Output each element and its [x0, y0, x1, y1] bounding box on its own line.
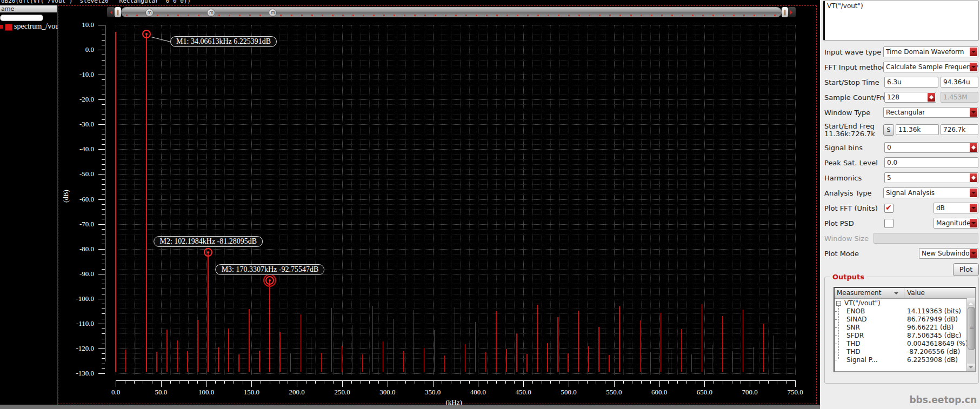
- dropdown-arrow-icon[interactable]: [970, 249, 977, 258]
- marker-callout[interactable]: M1: 34.06613kHz 6.225391dB: [170, 36, 277, 47]
- x-axis-tick: [487, 380, 488, 384]
- start-time-field[interactable]: 6.3u: [884, 77, 938, 88]
- spinner-arrows-icon[interactable]: [928, 93, 935, 102]
- y-axis-tick: [98, 199, 105, 200]
- legend-scrollbar-thumb[interactable]: [0, 15, 43, 21]
- window-size-field: [874, 233, 978, 244]
- graph-subwindow[interactable]: 10.00.0-10.0-20.0-30.0-40.0-50.0-60.0-70…: [58, 5, 817, 404]
- plot-mode-select[interactable]: New Subwindow: [919, 248, 978, 259]
- marker-callout[interactable]: M2: 102.1984kHz -81.28095dB: [154, 236, 263, 247]
- x-axis-tick: [550, 380, 551, 384]
- plot-fft-label: Plot FFT (Units): [824, 204, 878, 212]
- spinner-arrows-icon[interactable]: [970, 143, 977, 152]
- stop-time-field[interactable]: 94.364u: [941, 77, 978, 88]
- scrollbar-right-handle[interactable]: ‖: [782, 7, 788, 17]
- outputs-scrollbar[interactable]: [966, 298, 975, 371]
- grid-line-y: [116, 299, 795, 299]
- y-axis-tick: [102, 364, 105, 364]
- y-axis-tick: [102, 194, 105, 195]
- analysis-type-label: Analysis Type: [824, 189, 872, 197]
- scroll-left-icon[interactable]: [107, 7, 115, 17]
- x-axis-tick: [750, 380, 750, 387]
- grid-line-y: [116, 79, 795, 80]
- outputs-table-header[interactable]: Measurement Value: [835, 288, 975, 299]
- dropdown-arrow-icon[interactable]: [970, 48, 977, 56]
- spectrum-bar: [393, 319, 394, 372]
- spectrum-bar: [352, 325, 352, 372]
- grid-line-x: [696, 25, 696, 375]
- window-type-select[interactable]: Rectangular: [883, 107, 978, 118]
- trace-name[interactable]: spectrum_/vout: [14, 22, 61, 31]
- tree-dash: [834, 344, 837, 344]
- y-axis-tick: [102, 259, 105, 259]
- grid-line-y: [116, 99, 795, 100]
- watermark: bbs.eetop.cn: [909, 394, 977, 405]
- marker-badge-icon[interactable]: m: [145, 9, 154, 17]
- end-freq-field[interactable]: 726.7k: [941, 124, 978, 135]
- grid-line-y: [116, 60, 795, 61]
- peak-sat-level-field[interactable]: 0.0: [884, 157, 978, 168]
- plot-psd-checkbox[interactable]: [884, 219, 894, 228]
- measurement-column-header[interactable]: Measurement: [837, 288, 881, 298]
- measurement-value: 14.119363 (bits): [907, 307, 961, 316]
- outputs-table[interactable]: Measurement Value −VT("/vout")ENOB14.119…: [834, 287, 976, 372]
- plot-button[interactable]: Plot: [953, 263, 979, 276]
- scrollbar-bin-tick: [671, 15, 673, 16]
- input-wave-type-select[interactable]: Time Domain Waveform: [883, 46, 978, 57]
- sample-count-field[interactable]: 128: [884, 92, 936, 103]
- x-axis-tick: [768, 380, 769, 384]
- grid-line-x: [424, 25, 424, 375]
- sort-arrow-icon[interactable]: [894, 292, 898, 297]
- scrollbar-bin-tick: [496, 15, 498, 16]
- y-axis-tick: [98, 299, 105, 299]
- harmonics-label: Harmonics: [824, 174, 862, 182]
- plot-mode-label: Plot Mode: [824, 250, 859, 258]
- grid-line-x: [351, 25, 352, 375]
- trace-color-swatch[interactable]: [5, 24, 12, 31]
- s-button[interactable]: S: [883, 124, 894, 136]
- scroll-down-icon[interactable]: [967, 364, 975, 371]
- column-divider[interactable]: [904, 288, 904, 298]
- y-axis-tick: [102, 104, 105, 105]
- scroll-up-icon[interactable]: [967, 298, 975, 306]
- x-axis-tick: [623, 380, 624, 384]
- dropdown-arrow-icon[interactable]: [970, 204, 977, 212]
- x-axis-tick: [215, 380, 216, 384]
- grid-line-y: [116, 328, 795, 329]
- scroll-right-icon[interactable]: [788, 7, 796, 17]
- harmonics-field[interactable]: 5: [884, 172, 978, 183]
- grid-line-x: [532, 25, 533, 375]
- spinner-arrows-icon[interactable]: [970, 173, 977, 182]
- psd-units-select[interactable]: Magnitude: [934, 218, 978, 229]
- dropdown-arrow-icon[interactable]: [970, 108, 977, 117]
- grid-line-x: [306, 25, 306, 375]
- grid-line-y: [116, 264, 795, 264]
- analysis-type-select[interactable]: Signal Analysis: [883, 187, 978, 198]
- measurement-value: 96.66221 (dB): [907, 324, 954, 332]
- scrollbar-left-handle[interactable]: ‖: [115, 7, 121, 17]
- dropdown-arrow-icon[interactable]: [970, 219, 977, 227]
- dropdown-arrow-icon[interactable]: [970, 63, 977, 71]
- signal-expression-box[interactable]: VT("/vout"): [823, 1, 979, 41]
- grid-line-y: [116, 194, 795, 195]
- fft-units-select[interactable]: dB: [934, 203, 978, 213]
- marker-callout[interactable]: M3: 170.3307kHz -92.75547dB: [216, 264, 325, 275]
- grid-line-y: [116, 149, 795, 150]
- y-axis-tick: [102, 219, 105, 219]
- grid-line-y: [116, 50, 795, 50]
- spectrum-bar: [444, 356, 445, 372]
- x-axis-tick: [442, 380, 442, 384]
- start-freq-field[interactable]: 11.36k: [896, 124, 939, 135]
- x-tick-label: 100.0: [198, 388, 214, 397]
- scrollbar-thumb[interactable]: [968, 307, 975, 350]
- value-column-header[interactable]: Value: [907, 288, 925, 298]
- signal-bins-field[interactable]: 0: [884, 142, 978, 153]
- dropdown-arrow-icon[interactable]: [970, 189, 977, 197]
- plot-horizontal-scrollbar[interactable]: ‖‖mmm: [107, 7, 796, 17]
- grid-line-x: [623, 25, 624, 375]
- scrollbar-bin-tick: [764, 15, 765, 16]
- grid-line-y: [116, 214, 795, 214]
- grid-line-x: [668, 25, 669, 375]
- fft-input-method-select[interactable]: Calculate Sample Frequency: [883, 62, 978, 72]
- plot-fft-checkbox[interactable]: [884, 204, 894, 213]
